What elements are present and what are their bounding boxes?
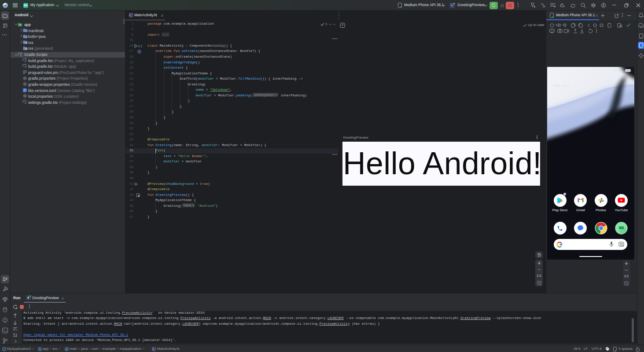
svg-text:5: 5 xyxy=(554,5,556,7)
svg-text:Wed, Jul 2: Wed, Jul 2 xyxy=(553,84,570,88)
svg-text:A: A xyxy=(543,4,545,8)
svg-text:i: i xyxy=(24,88,24,92)
